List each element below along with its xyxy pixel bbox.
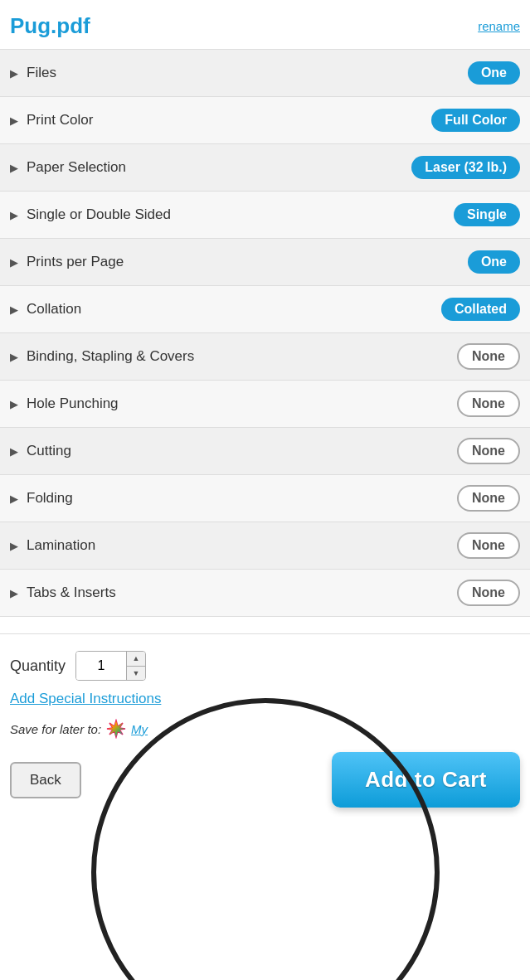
- badge-lamination: None: [457, 532, 520, 559]
- badge-cutting: None: [457, 438, 520, 464]
- option-row-print-color[interactable]: ▶Print ColorFull Color: [0, 97, 530, 144]
- option-label-folding: Folding: [27, 490, 73, 507]
- arrow-icon-folding: ▶: [10, 492, 18, 505]
- arrow-icon-print-color: ▶: [10, 114, 18, 127]
- save-for-later-label: Save for later to:: [10, 722, 101, 736]
- option-row-tabs-inserts[interactable]: ▶Tabs & InsertsNone: [0, 570, 530, 617]
- badge-print-color: Full Color: [431, 109, 520, 132]
- option-row-files[interactable]: ▶FilesOne: [0, 50, 530, 97]
- arrow-icon-paper-selection: ▶: [10, 162, 18, 174]
- arrow-icon-tabs-inserts: ▶: [10, 587, 18, 599]
- option-label-lamination: Lamination: [27, 537, 95, 554]
- quantity-label: Quantity: [10, 657, 66, 675]
- option-row-binding[interactable]: ▶Binding, Stapling & CoversNone: [0, 333, 530, 381]
- badge-files: One: [468, 61, 520, 85]
- arrow-icon-prints-per-page: ▶: [10, 256, 18, 269]
- option-row-folding[interactable]: ▶FoldingNone: [0, 475, 530, 522]
- badge-prints-per-page: One: [468, 250, 520, 274]
- badge-paper-selection: Laser (32 lb.): [411, 156, 520, 179]
- arrow-icon-hole-punching: ▶: [10, 398, 18, 410]
- badge-collation: Collated: [441, 298, 520, 321]
- option-row-cutting[interactable]: ▶CuttingNone: [0, 428, 530, 475]
- option-label-files: Files: [27, 65, 56, 81]
- header: Pug.pdf rename: [0, 0, 530, 50]
- option-label-binding: Binding, Stapling & Covers: [27, 348, 194, 365]
- option-label-cutting: Cutting: [27, 443, 71, 459]
- add-to-cart-button[interactable]: Add to Cart: [332, 752, 520, 808]
- file-title: Pug.pdf: [10, 13, 90, 39]
- action-row: Back Add to Cart: [10, 752, 520, 808]
- badge-tabs-inserts: None: [457, 580, 520, 606]
- bottom-section: Quantity ▲ ▼ Add Special Instructions Sa…: [0, 633, 530, 816]
- option-label-tabs-inserts: Tabs & Inserts: [27, 585, 116, 601]
- option-label-hole-punching: Hole Punching: [27, 395, 119, 412]
- options-list: ▶FilesOne▶Print ColorFull Color▶Paper Se…: [0, 50, 530, 617]
- option-label-print-color: Print Color: [27, 112, 93, 129]
- quantity-input-wrap: ▲ ▼: [75, 651, 146, 681]
- quantity-up-button[interactable]: ▲: [127, 652, 145, 667]
- badge-hole-punching: None: [457, 391, 520, 417]
- arrow-icon-binding: ▶: [10, 351, 18, 363]
- option-row-paper-selection[interactable]: ▶Paper SelectionLaser (32 lb.): [0, 144, 530, 192]
- option-row-collation[interactable]: ▶CollationCollated: [0, 286, 530, 333]
- pinwheel-icon: [106, 719, 126, 739]
- option-row-single-double-sided[interactable]: ▶Single or Double SidedSingle: [0, 192, 530, 239]
- option-label-single-double-sided: Single or Double Sided: [27, 206, 171, 223]
- option-row-lamination[interactable]: ▶LaminationNone: [0, 522, 530, 570]
- badge-folding: None: [457, 485, 520, 512]
- option-row-hole-punching[interactable]: ▶Hole PunchingNone: [0, 381, 530, 428]
- arrow-icon-single-double-sided: ▶: [10, 209, 18, 221]
- my-list-link[interactable]: My: [131, 722, 148, 736]
- arrow-icon-files: ▶: [10, 67, 18, 80]
- special-instruction-link[interactable]: Add Special Instructions: [10, 691, 520, 707]
- save-for-later-row: Save for later to: My: [10, 719, 520, 739]
- badge-binding: None: [457, 343, 520, 370]
- badge-single-double-sided: Single: [454, 203, 520, 226]
- quantity-row: Quantity ▲ ▼: [10, 651, 520, 681]
- quantity-down-button[interactable]: ▼: [127, 667, 145, 681]
- back-button[interactable]: Back: [10, 762, 81, 798]
- arrow-icon-cutting: ▶: [10, 445, 18, 458]
- arrow-icon-lamination: ▶: [10, 540, 18, 552]
- option-label-collation: Collation: [27, 301, 81, 318]
- rename-link[interactable]: rename: [478, 19, 520, 33]
- option-row-prints-per-page[interactable]: ▶Prints per PageOne: [0, 239, 530, 286]
- option-label-prints-per-page: Prints per Page: [27, 254, 124, 270]
- quantity-input[interactable]: [76, 652, 126, 680]
- arrow-icon-collation: ▶: [10, 303, 18, 316]
- quantity-spinners: ▲ ▼: [126, 652, 145, 680]
- option-label-paper-selection: Paper Selection: [27, 159, 126, 176]
